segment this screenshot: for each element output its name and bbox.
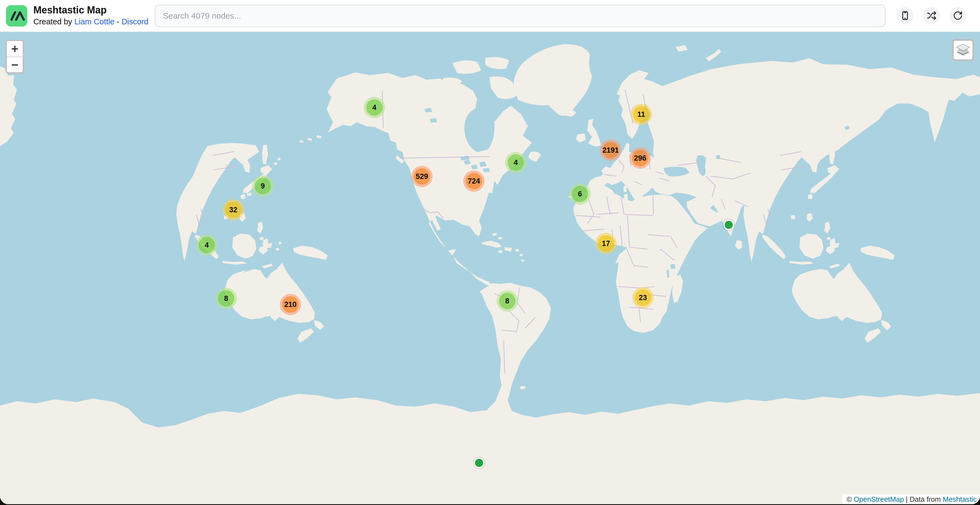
map-attribution: © OpenStreetMap | Data from Meshtastic: [842, 494, 980, 504]
cluster-count-bubble: 8: [218, 290, 234, 307]
cluster-count: 529: [415, 172, 428, 181]
cluster-marker[interactable]: 296: [630, 147, 651, 169]
cluster-count-bubble: 32: [225, 202, 242, 218]
meshtastic-logo: [6, 5, 27, 27]
byline: Created by Liam Cottle - Discord: [33, 17, 148, 27]
mobile-app-button[interactable]: [897, 7, 913, 24]
app-window: Meshtastic Map Created by Liam Cottle - …: [0, 0, 980, 504]
cluster-count: 23: [639, 293, 647, 302]
shuffle-icon: [927, 11, 937, 21]
copyright-symbol: ©: [846, 495, 852, 503]
cluster-count-bubble: 4: [199, 237, 215, 253]
meshtastic-link[interactable]: Meshtastic: [943, 495, 977, 503]
marker-layer: 4112191296452972496324178210823: [0, 32, 980, 504]
layers-icon: [955, 43, 971, 57]
cluster-count-bubble: 8: [499, 293, 515, 309]
cluster-marker[interactable]: 32: [223, 199, 244, 220]
cluster-marker[interactable]: 4: [364, 97, 385, 118]
node-marker[interactable]: [474, 458, 484, 468]
smartphone-icon: [900, 11, 910, 21]
attribution-middle-text: | Data from: [906, 495, 941, 503]
layers-control-button[interactable]: [952, 39, 974, 61]
cluster-count: 11: [637, 110, 645, 119]
cluster-count: 32: [229, 206, 237, 214]
cluster-count-bubble: 4: [508, 154, 524, 171]
title-block: Meshtastic Map Created by Liam Cottle - …: [33, 4, 148, 27]
cluster-marker[interactable]: 529: [411, 166, 433, 187]
cluster-count: 210: [284, 300, 296, 309]
cluster-count: 4: [372, 104, 376, 112]
map-canvas[interactable]: 4112191296452972496324178210823 + − © Op…: [0, 32, 980, 504]
cluster-count: 4: [514, 158, 518, 167]
cluster-count-bubble: 23: [635, 290, 651, 306]
cluster-count: 296: [634, 154, 646, 162]
cluster-count-bubble: 17: [598, 235, 614, 252]
cluster-marker[interactable]: 17: [595, 233, 617, 254]
zoom-in-button[interactable]: +: [7, 41, 23, 57]
cluster-marker[interactable]: 8: [496, 290, 518, 312]
cluster-count-bubble: 724: [466, 173, 482, 189]
cluster-count-bubble: 4: [366, 99, 383, 116]
cluster-count-bubble: 296: [632, 150, 648, 166]
cluster-count: 9: [261, 182, 265, 190]
page-title: Meshtastic Map: [33, 4, 148, 16]
cluster-count: 8: [505, 297, 509, 305]
discord-link[interactable]: Discord: [121, 17, 148, 26]
meshtastic-logo-icon: [6, 5, 27, 27]
cluster-count-bubble: 529: [414, 168, 430, 185]
cluster-marker[interactable]: 4: [505, 152, 527, 173]
cluster-marker[interactable]: 724: [463, 170, 485, 192]
cluster-count-bubble: 9: [255, 178, 271, 194]
cluster-count-bubble: 11: [633, 106, 649, 123]
cluster-marker[interactable]: 11: [630, 104, 652, 125]
cluster-count-bubble: 210: [282, 296, 299, 313]
osm-link[interactable]: OpenStreetMap: [854, 495, 904, 503]
cluster-count: 6: [578, 190, 582, 198]
cluster-marker[interactable]: 23: [632, 287, 654, 308]
cluster-count: 4: [205, 241, 208, 250]
cluster-count: 17: [602, 239, 610, 248]
cluster-marker[interactable]: 8: [215, 288, 237, 309]
byline-prefix: Created by: [33, 17, 72, 26]
zoom-control: + −: [5, 40, 24, 73]
search-input[interactable]: [155, 5, 885, 27]
cluster-count-bubble: 6: [572, 186, 588, 202]
cluster-count: 724: [468, 177, 480, 185]
cluster-marker[interactable]: 6: [569, 183, 590, 205]
header: Meshtastic Map Created by Liam Cottle - …: [0, 0, 980, 32]
cluster-marker[interactable]: 9: [252, 175, 274, 197]
cluster-marker[interactable]: 210: [280, 294, 301, 315]
zoom-out-button[interactable]: −: [7, 57, 23, 72]
shuffle-node-button[interactable]: [923, 7, 940, 24]
cluster-count-bubble: 2191: [602, 142, 619, 158]
refresh-icon: [953, 11, 963, 21]
cluster-count: 8: [224, 294, 228, 303]
cluster-marker[interactable]: 2191: [600, 140, 621, 161]
node-marker[interactable]: [724, 220, 734, 230]
refresh-button[interactable]: [950, 7, 966, 24]
cluster-marker[interactable]: 4: [196, 234, 217, 256]
author-link[interactable]: Liam Cottle: [75, 17, 115, 26]
byline-separator: -: [117, 17, 119, 26]
cluster-count: 2191: [602, 146, 619, 155]
